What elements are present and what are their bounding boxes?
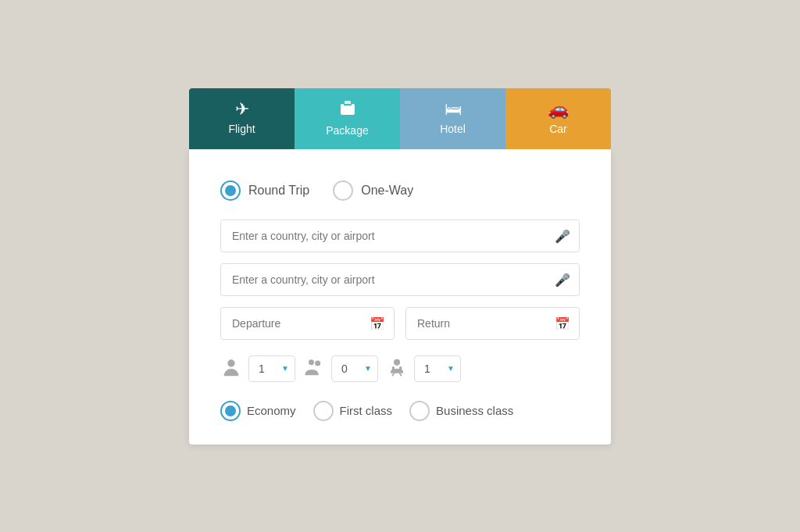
class-row: Economy First class Business class: [220, 401, 580, 421]
calendar-return-icon[interactable]: 📅: [555, 316, 570, 330]
svg-point-8: [399, 366, 402, 370]
svg-point-3: [227, 359, 234, 366]
destination-input-wrapper: 🎤: [220, 263, 580, 296]
one-way-radio[interactable]: [333, 180, 353, 201]
infants-select-wrapper: 0 1 2 3 ▼: [414, 355, 461, 382]
infant-icon: [386, 358, 408, 380]
svg-rect-0: [341, 104, 355, 115]
tab-hotel[interactable]: 🛏 Hotel: [400, 88, 505, 149]
tab-flight[interactable]: ✈ Flight: [189, 88, 295, 149]
economy-radio[interactable]: [220, 401, 241, 421]
tab-hotel-label: Hotel: [440, 123, 466, 135]
adults-group: 1 2 3 4 5 ▼: [220, 355, 295, 382]
children-select[interactable]: 0 1 2 3 4: [331, 355, 378, 382]
first-class-radio[interactable]: [313, 401, 334, 421]
one-way-label: One-Way: [361, 184, 413, 198]
infants-select[interactable]: 0 1 2 3: [414, 355, 461, 382]
business-class-radio[interactable]: [409, 401, 430, 421]
children-group: 0 1 2 3 4 ▼: [303, 355, 378, 382]
svg-point-5: [315, 360, 320, 366]
svg-rect-2: [344, 104, 352, 105]
mic-icon-destination: 🎤: [555, 272, 570, 287]
tab-package[interactable]: Package: [295, 88, 400, 149]
economy-label: Economy: [247, 404, 296, 417]
departure-input[interactable]: [220, 307, 395, 340]
children-icon: [303, 358, 325, 380]
return-input[interactable]: [405, 307, 580, 340]
date-row: 📅 📅: [220, 307, 580, 340]
svg-point-6: [394, 359, 400, 365]
tab-car-label: Car: [549, 123, 567, 135]
passenger-row: 1 2 3 4 5 ▼ 0: [220, 355, 580, 382]
infants-group: 0 1 2 3 ▼: [386, 355, 461, 382]
origin-input-wrapper: 🎤: [220, 220, 580, 252]
one-way-option[interactable]: One-Way: [333, 180, 413, 201]
first-class-option[interactable]: First class: [313, 401, 393, 421]
tab-bar: ✈ Flight Package 🛏 Hotel 🚗 Car: [189, 88, 611, 149]
round-trip-label: Round Trip: [248, 184, 309, 198]
business-class-label: Business class: [436, 404, 513, 417]
round-trip-radio[interactable]: [220, 180, 241, 201]
trip-type-row: Round Trip One-Way: [220, 180, 580, 201]
adult-icon: [220, 358, 242, 380]
return-wrapper: 📅: [405, 307, 580, 340]
children-select-wrapper: 0 1 2 3 4 ▼: [331, 355, 378, 382]
hotel-icon: 🛏: [445, 101, 462, 118]
flight-icon: ✈: [235, 101, 249, 118]
tab-car[interactable]: 🚗 Car: [505, 88, 611, 149]
adults-select-wrapper: 1 2 3 4 5 ▼: [248, 355, 295, 382]
car-icon: 🚗: [548, 101, 569, 118]
origin-input[interactable]: [220, 220, 580, 252]
first-class-label: First class: [340, 404, 393, 417]
booking-widget: ✈ Flight Package 🛏 Hotel 🚗 Car: [189, 88, 611, 445]
round-trip-option[interactable]: Round Trip: [220, 180, 309, 201]
business-class-option[interactable]: Business class: [409, 401, 513, 421]
adults-select[interactable]: 1 2 3 4 5: [248, 355, 295, 382]
package-icon: [338, 99, 358, 120]
form-panel: Round Trip One-Way 🎤 🎤 📅 📅: [189, 149, 611, 445]
svg-point-4: [309, 359, 314, 365]
svg-point-7: [392, 366, 395, 370]
destination-input[interactable]: [220, 263, 580, 296]
calendar-departure-icon[interactable]: 📅: [370, 316, 385, 330]
economy-option[interactable]: Economy: [220, 401, 296, 421]
tab-flight-label: Flight: [228, 123, 255, 135]
departure-wrapper: 📅: [220, 307, 395, 340]
mic-icon-origin: 🎤: [555, 228, 570, 243]
tab-package-label: Package: [326, 124, 368, 137]
